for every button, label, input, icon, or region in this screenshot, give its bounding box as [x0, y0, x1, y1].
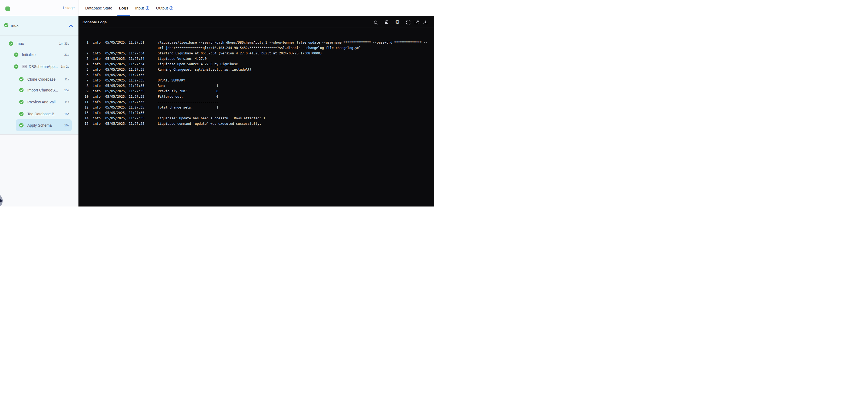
step-label: Initialize: [22, 53, 36, 57]
step-tree-item-apply-schema[interactable]: Apply Schema 10s: [0, 120, 79, 131]
log-level: info: [93, 56, 101, 61]
log-level: info: [93, 121, 101, 126]
log-line-number: 11: [82, 99, 89, 105]
log-message: Liquibase: Update has been successful. R…: [158, 116, 434, 121]
success-check-icon: [19, 123, 24, 127]
search-icon[interactable]: [373, 20, 378, 25]
log-line-number: 13: [82, 110, 89, 116]
tab-logs[interactable]: Logs: [119, 0, 128, 16]
log-line-number: 4: [82, 61, 89, 67]
log-timestamp: 05/05/2025, 11:27:35: [105, 99, 146, 105]
log-level: info: [93, 105, 101, 110]
step-duration: 10s: [64, 124, 69, 127]
console-header: Console Logs ⚙: [79, 16, 434, 28]
log-line: 5 info 05/05/2025, 11:27:35 Running Chan…: [79, 67, 434, 72]
log-level: info: [93, 83, 101, 88]
step-label: Clone Codebase: [27, 77, 56, 82]
step-label: Tag Database B...: [27, 112, 57, 116]
step-tree-item-tag-database-b[interactable]: Tag Database B... 15s: [0, 109, 79, 119]
tab-label: Logs: [119, 6, 128, 10]
success-check-icon: [19, 100, 24, 104]
log-timestamp: 05/05/2025, 11:27:35: [105, 94, 146, 99]
log-line: 3 info 05/05/2025, 11:27:34 Liquibase Ve…: [79, 56, 434, 61]
tab-label: Input: [135, 6, 144, 10]
step-tree-item-mux[interactable]: mux 1m 33s: [0, 38, 79, 49]
console-panel: Console Logs ⚙ 1 info 05/05/2025, 11:27:…: [79, 16, 434, 206]
log-message: Previously run: 0: [158, 88, 434, 94]
log-timestamp: 05/05/2025, 11:27:31: [105, 40, 146, 45]
log-timestamp: 05/05/2025, 11:27:35: [105, 105, 146, 110]
log-lines: 1 info 05/05/2025, 11:27:31 /liquibase/l…: [79, 40, 434, 126]
log-line-number: 5: [82, 67, 89, 72]
log-message: -------------------------------: [158, 99, 434, 105]
log-line: 6 info 05/05/2025, 11:27:35: [79, 72, 434, 78]
success-check-icon: [19, 112, 24, 116]
log-line: 14 info 05/05/2025, 11:27:35 Liquibase: …: [79, 116, 434, 121]
log-line-number: 7: [82, 78, 89, 83]
copy-icon[interactable]: [384, 20, 389, 25]
sidebar-lower-panel: [0, 135, 79, 206]
tab-database-state[interactable]: Database State: [85, 0, 112, 16]
log-level: info: [93, 61, 101, 67]
step-duration: 11s: [64, 100, 69, 104]
chevron-up-icon[interactable]: [69, 24, 73, 27]
step-duration: 15s: [64, 88, 69, 92]
step-tree-item-preview-and-vali[interactable]: Preview And Vali... 11s: [0, 97, 79, 108]
log-message: Liquibase Open Source 4.27.0 by Liquibas…: [158, 61, 434, 67]
fullscreen-icon[interactable]: [406, 20, 411, 25]
execution-sidebar: 1 stage mux mux 1m 33s Initialize 31s: [0, 0, 79, 206]
success-check-icon: [14, 53, 19, 57]
download-icon[interactable]: [423, 20, 428, 25]
log-message: Liquibase Version: 4.27.0: [158, 56, 434, 61]
log-message: Starting Liquibase at 05:57:34 (version …: [158, 51, 434, 56]
log-timestamp: 05/05/2025, 11:27:34: [105, 51, 146, 56]
settings-icon[interactable]: ⚙: [395, 20, 400, 24]
step-tree-item-import-changes[interactable]: Import ChangeS... 15s: [0, 85, 79, 95]
log-timestamp: 05/05/2025, 11:27:34: [105, 61, 146, 67]
log-timestamp: 05/05/2025, 11:27:35: [105, 121, 146, 126]
log-message: Running Changeset: sql/init.sql::raw::in…: [158, 67, 434, 72]
success-check-icon: [19, 77, 24, 82]
step-tree-item-clone-codebase[interactable]: Clone Codebase 11s: [0, 74, 79, 85]
log-line-number: 9: [82, 88, 89, 94]
log-level: info: [93, 110, 101, 116]
step-tree-item-dbschemaapp[interactable]: DBSchemaApp... 1m 2s: [0, 61, 79, 72]
success-check-icon: [9, 41, 13, 46]
log-timestamp: 05/05/2025, 11:27:35: [105, 83, 146, 88]
log-timestamp: 05/05/2025, 11:27:35: [105, 110, 146, 116]
step-label: DBSchemaApp...: [29, 64, 58, 69]
console-title: Console Logs: [83, 20, 106, 24]
log-level: info: [93, 116, 101, 121]
log-line: 9 info 05/05/2025, 11:27:35 Previously r…: [79, 88, 434, 94]
tab-output[interactable]: Output: [156, 0, 174, 16]
step-label: mux: [17, 41, 24, 46]
log-line-number: 8: [82, 83, 89, 88]
log-level: info: [93, 72, 101, 78]
log-line-number: 2: [82, 51, 89, 56]
stage-count-label: 1 stage: [62, 6, 75, 10]
log-timestamp: 05/05/2025, 11:27:35: [105, 72, 146, 78]
log-line: 7 info 05/05/2025, 11:27:35 UPDATE SUMMA…: [79, 78, 434, 83]
log-line: 8 info 05/05/2025, 11:27:35 Run: 1: [79, 83, 434, 88]
log-timestamp: 05/05/2025, 11:27:34: [105, 56, 146, 61]
stage-header[interactable]: mux: [0, 16, 79, 35]
stage-icon: [5, 6, 10, 11]
log-line-number: 6: [82, 72, 89, 78]
open-in-new-icon[interactable]: [414, 20, 419, 25]
log-line-number: 3: [82, 56, 89, 61]
log-level: info: [93, 99, 101, 105]
log-timestamp: 05/05/2025, 11:27:35: [105, 88, 146, 94]
step-tree-item-initialize[interactable]: Initialize 31s: [0, 49, 79, 60]
log-line-number: 1: [82, 40, 89, 45]
log-message: UPDATE SUMMARY: [158, 78, 434, 83]
log-line: 1 info 05/05/2025, 11:27:31 /liquibase/l…: [79, 40, 434, 51]
log-line-number: 15: [82, 121, 89, 126]
stepgroup-icon: [22, 65, 27, 68]
log-level: info: [93, 51, 101, 56]
step-duration: 31s: [64, 53, 69, 56]
success-check-icon: [4, 23, 8, 27]
info-icon: [169, 6, 173, 10]
log-level: info: [93, 78, 101, 83]
tab-input[interactable]: Input: [135, 0, 149, 16]
success-check-icon: [19, 88, 24, 92]
